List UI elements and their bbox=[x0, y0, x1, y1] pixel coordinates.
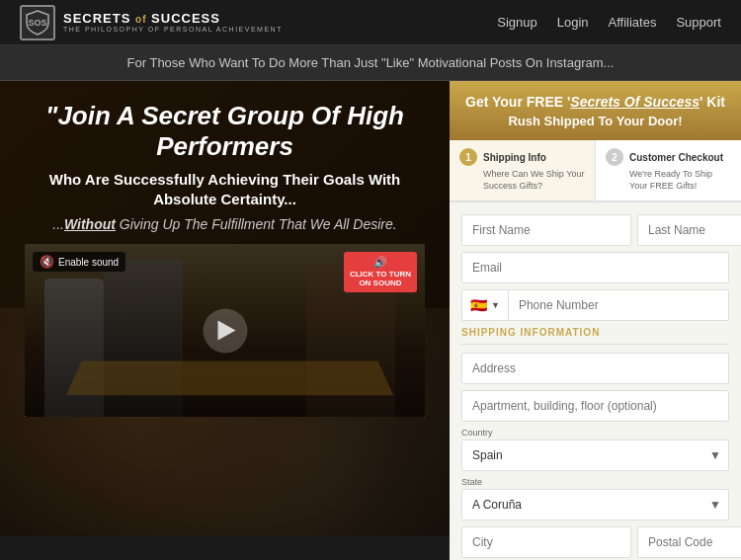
form-body: 🇪🇸 ▼ SHIPPING INFORMATION Country Spain … bbox=[450, 202, 741, 560]
phone-input[interactable] bbox=[508, 289, 729, 321]
click-to-sound-badge[interactable]: 🔊 CLICK TO TURN ON SOUND bbox=[344, 252, 417, 291]
sub-headline: Who Are Successfully Achieving Their Goa… bbox=[25, 170, 425, 208]
flag-dropdown-icon: ▼ bbox=[491, 300, 500, 310]
step-2-num: 2 bbox=[606, 148, 623, 166]
enable-sound-label: Enable sound bbox=[58, 257, 119, 268]
phone-flag-selector[interactable]: 🇪🇸 ▼ bbox=[461, 289, 508, 321]
nav-links: Signup Login Affiliates Support bbox=[497, 15, 721, 30]
state-select[interactable]: A Coruña bbox=[461, 489, 729, 520]
tagline: ...Without Giving Up The Fulfillment Tha… bbox=[25, 216, 425, 232]
country-select[interactable]: Spain bbox=[461, 440, 729, 471]
step-2-desc: We're Ready To Ship Your FREE Gifts! bbox=[606, 169, 731, 192]
hero-section: "Join A Secret Group Of High Performers … bbox=[0, 81, 450, 560]
play-button[interactable] bbox=[203, 308, 247, 353]
city-input[interactable] bbox=[461, 526, 631, 558]
header: SOS SECRETS of SUCCESS THE PHILOSOPHY OF… bbox=[0, 0, 741, 45]
state-label: State bbox=[461, 477, 729, 487]
flag-icon: 🇪🇸 bbox=[470, 297, 487, 313]
main-layout: "Join A Secret Group Of High Performers … bbox=[0, 81, 741, 560]
tagline-after: Giving Up The Fulfillment That We All De… bbox=[116, 216, 397, 232]
mute-icon: 🔇 bbox=[40, 255, 54, 269]
step-1-title: Shipping Info bbox=[483, 152, 546, 163]
form-header-sub: Rush Shipped To Your Door! bbox=[464, 114, 726, 128]
announcement-banner: For Those Who Want To Do More Than Just … bbox=[0, 45, 741, 81]
svg-text:SOS: SOS bbox=[28, 18, 46, 28]
step-2-title: Customer Checkout bbox=[629, 152, 723, 163]
click-sound-line2: ON SOUND bbox=[350, 279, 411, 288]
apartment-row bbox=[461, 390, 729, 422]
logo-text: SECRETS of SUCCESS THE PHILOSOPHY OF PER… bbox=[63, 12, 283, 34]
signup-form: Get Your FREE 'Secrets Of Success' Kit R… bbox=[450, 81, 741, 560]
shipping-section-label: SHIPPING INFORMATION bbox=[461, 327, 729, 338]
form-steps: 1 Shipping Info Where Can We Ship Your S… bbox=[450, 140, 741, 201]
step-1-desc: Where Can We Ship Your Success Gifts? bbox=[459, 169, 585, 192]
country-wrapper: Spain ▼ bbox=[461, 440, 729, 471]
step-1: 1 Shipping Info Where Can We Ship Your S… bbox=[450, 140, 596, 200]
country-label: Country bbox=[461, 428, 729, 438]
step-1-num: 1 bbox=[459, 148, 477, 166]
nav-affiliates[interactable]: Affiliates bbox=[609, 15, 657, 30]
postal-input[interactable] bbox=[637, 526, 741, 558]
banner-text: For Those Who Want To Do More Than Just … bbox=[127, 55, 615, 70]
state-wrapper: A Coruña ▼ bbox=[461, 489, 729, 520]
click-sound-line1: CLICK TO TURN bbox=[350, 270, 411, 280]
logo: SOS SECRETS of SUCCESS THE PHILOSOPHY OF… bbox=[20, 5, 283, 40]
name-row bbox=[461, 214, 729, 246]
address-row bbox=[461, 353, 729, 384]
logo-brand: SECRETS of SUCCESS bbox=[63, 12, 283, 26]
sound-badge[interactable]: 🔇 Enable sound bbox=[33, 252, 125, 272]
first-name-input[interactable] bbox=[461, 214, 631, 246]
last-name-input[interactable] bbox=[637, 214, 741, 246]
form-header-title: Get Your FREE 'Secrets Of Success' Kit bbox=[464, 93, 726, 111]
tagline-without: Without bbox=[64, 216, 116, 232]
step-2: 2 Customer Checkout We're Ready To Ship … bbox=[596, 140, 741, 200]
play-icon bbox=[218, 321, 236, 341]
phone-row: 🇪🇸 ▼ bbox=[461, 289, 729, 321]
city-postal-row bbox=[461, 526, 729, 558]
main-headline: "Join A Secret Group Of High Performers bbox=[25, 101, 425, 162]
form-header: Get Your FREE 'Secrets Of Success' Kit R… bbox=[450, 81, 741, 140]
nav-support[interactable]: Support bbox=[676, 15, 721, 30]
logo-shield-icon: SOS bbox=[20, 5, 55, 40]
nav-login[interactable]: Login bbox=[557, 15, 589, 30]
nav-signup[interactable]: Signup bbox=[497, 15, 536, 30]
apartment-input[interactable] bbox=[461, 390, 729, 422]
address-input[interactable] bbox=[461, 353, 729, 384]
section-divider bbox=[461, 344, 729, 345]
video-player[interactable]: 🔇 Enable sound 🔊 CLICK TO TURN ON SOUND bbox=[25, 244, 425, 417]
tagline-ellipsis: ... bbox=[52, 216, 64, 232]
email-input[interactable] bbox=[461, 252, 729, 283]
email-row bbox=[461, 252, 729, 283]
logo-tagline: THE PHILOSOPHY OF PERSONAL ACHIEVEMENT bbox=[63, 26, 283, 34]
